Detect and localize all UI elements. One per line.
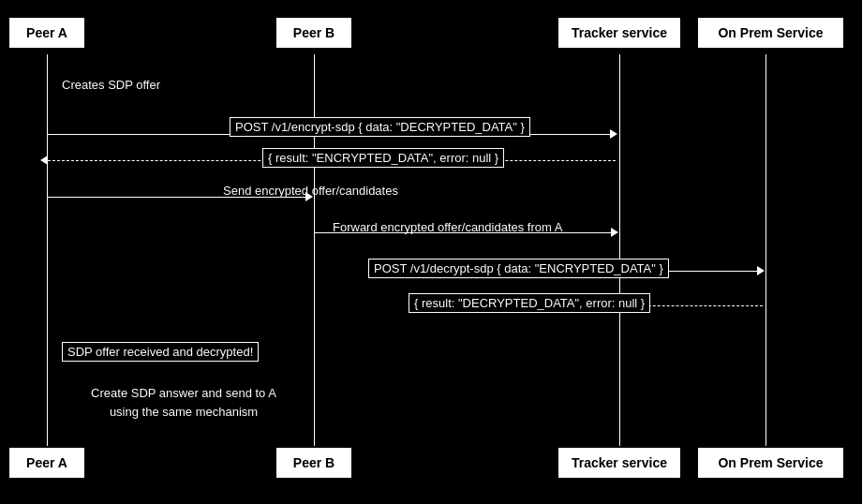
post-encrypt-label: POST /v1/encrypt-sdp { data: "DECRYPTED_… — [230, 117, 530, 137]
lifeline-peerA — [47, 54, 48, 446]
send-encrypted-label: Send encrypted offer/candidates — [223, 184, 398, 198]
arrow-post-encrypt-head — [610, 129, 617, 139]
result-encrypted-label: { result: "ENCRYPTED_DATA", error: null … — [262, 148, 504, 168]
arrow-result-encrypted-head — [40, 156, 48, 165]
create-sdp-answer-label: Create SDP answer and send to Ausing the… — [62, 384, 305, 421]
actor-peerA-bot: Peer A — [9, 448, 84, 478]
post-decrypt-label: POST /v1/decrypt-sdp { data: "ENCRYPTED_… — [368, 259, 669, 278]
actor-tracker-top: Tracker service — [558, 18, 680, 48]
actor-peerB-top: Peer B — [276, 18, 351, 48]
lifeline-peerB — [314, 54, 315, 446]
actor-peerA-top: Peer A — [9, 18, 84, 48]
arrow-forward-head — [611, 228, 618, 237]
actor-onprem-top: On Prem Service — [698, 18, 843, 48]
actor-onprem-bot: On Prem Service — [698, 448, 843, 478]
sdp-offer-received-label: SDP offer received and decrypted! — [62, 342, 259, 362]
result-decrypted-label: { result: "DECRYPTED_DATA", error: null … — [409, 293, 650, 313]
forward-encrypted-label: Forward encrypted offer/candidates from … — [333, 220, 562, 234]
actor-peerB-bot: Peer B — [276, 448, 351, 478]
actor-tracker-bot: Tracker service — [558, 448, 680, 478]
sequence-diagram: Peer A Peer B Tracker service On Prem Se… — [0, 0, 862, 504]
creates-sdp-label: Creates SDP offer — [62, 78, 160, 92]
arrow-post-decrypt-head — [757, 266, 765, 275]
lifeline-tracker — [619, 54, 620, 446]
lifeline-onprem — [765, 54, 766, 446]
